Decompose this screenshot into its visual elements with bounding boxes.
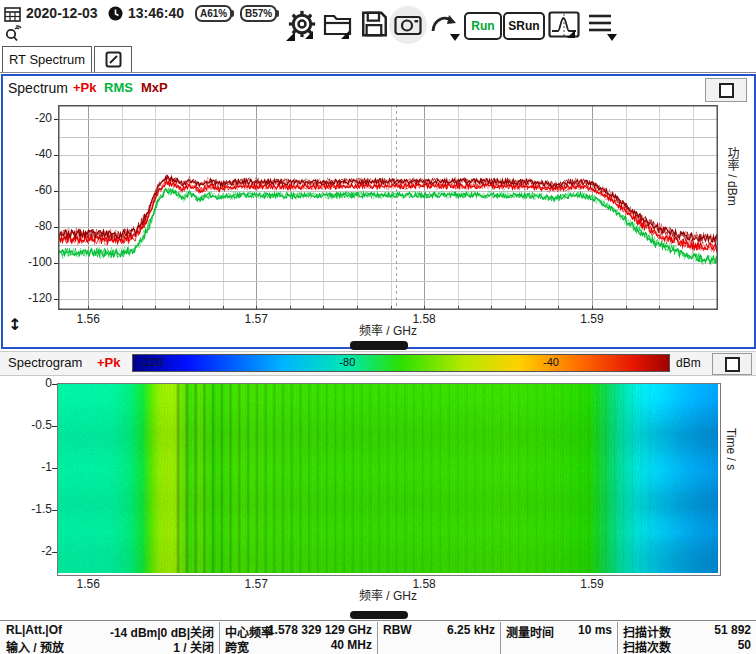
time-text: 13:46:40	[128, 5, 184, 21]
spectrum-plot[interactable]	[58, 105, 718, 310]
settings-dropdown-triangle[interactable]	[305, 31, 313, 39]
spectrogram-xtick-label: 1.56	[68, 577, 108, 591]
spectrogram-ytick-mark	[52, 510, 57, 511]
statusbar-separator	[377, 622, 378, 654]
legend-mxp: MxP	[141, 80, 168, 95]
vertical-resize-icon[interactable]: ↕	[8, 315, 21, 334]
tab-rt-spectrum[interactable]: RT Spectrum	[2, 46, 92, 72]
menu-dropdown-triangle[interactable]	[607, 34, 617, 41]
maximize-icon	[725, 357, 740, 372]
spectrum-ytick-label: -80	[14, 219, 52, 233]
camera-icon	[394, 13, 423, 37]
status-label: RBW	[383, 623, 412, 637]
spectrogram-ytick-mark	[52, 384, 57, 385]
gps-icon	[4, 25, 22, 42]
battery-nub	[231, 10, 234, 17]
tab-edit-button[interactable]	[94, 46, 132, 72]
clock-icon	[108, 6, 123, 21]
spectrum-xtick-label: 1.58	[404, 312, 444, 326]
spectrogram-panel-title: Spectrogram	[8, 355, 82, 370]
spectrogram-maximize-button[interactable]	[712, 353, 752, 375]
spectrogram-ytick-mark	[52, 426, 57, 427]
screenshot-button[interactable]	[389, 6, 427, 44]
date-text: 2020-12-03	[26, 5, 98, 21]
colorbar-tick-label: -80	[339, 356, 355, 368]
save-icon	[361, 10, 388, 38]
status-label: 输入 / 预放	[6, 638, 64, 654]
calendar-icon	[4, 6, 21, 22]
spectrogram-trace-label: +Pk	[97, 355, 121, 370]
spectrogram-ytick-label: -2	[18, 544, 52, 558]
edit-icon	[105, 51, 122, 68]
status-label: 跨宽	[225, 638, 249, 654]
save-button[interactable]	[359, 8, 389, 40]
spectrum-maximize-button[interactable]	[705, 78, 747, 102]
colorbar-tick-label: -40	[543, 356, 559, 368]
open-file-button[interactable]	[322, 9, 354, 39]
spectrum-xaxis-label: 频率 / GHz	[58, 321, 718, 338]
status-value: 40 MHz	[331, 638, 372, 652]
spectrogram-xtick-label: 1.58	[404, 577, 444, 591]
spectrum-ytick-mark	[54, 191, 58, 192]
spectrogram-ytick-label: -0.5	[18, 418, 52, 432]
spectrogram-ytick-label: 0	[18, 376, 52, 390]
measurement-status-bar[interactable]: RL|Att.|Of-14 dBm|0 dB|关闭输入 / 预放1 / 关闭中心…	[0, 620, 756, 654]
hamburger-icon	[587, 12, 613, 34]
status-value: 1 / 关闭	[173, 638, 214, 654]
spectrum-ytick-label: -100	[14, 255, 52, 269]
statusbar-separator	[219, 622, 220, 654]
tab-label: RT Spectrum	[9, 52, 85, 67]
battery-b-indicator: B57%	[240, 5, 277, 22]
colorbar-unit: dBm	[676, 356, 701, 370]
spectrum-ytick-label: -40	[14, 147, 52, 161]
spectrum-panel-title: Spectrum	[8, 80, 68, 96]
spectrogram-frame	[57, 383, 721, 576]
status-value: 50	[738, 638, 751, 652]
colorbar-tick-label: -120	[141, 356, 163, 368]
spectrogram-xtick-label: 1.57	[236, 577, 276, 591]
spectrum-display-icon	[548, 11, 580, 38]
statusbar-separator	[500, 622, 501, 654]
spectrogram-ytick-mark	[52, 468, 57, 469]
legend-rms: RMS	[104, 80, 133, 95]
srun-label: SRun	[508, 19, 539, 33]
spectrum-yaxis-label: 功率 / dBm	[724, 147, 741, 269]
display-dropdown-triangle[interactable]	[567, 30, 575, 38]
battery-nub	[276, 10, 279, 17]
spectrogram-ytick-label: -1	[18, 460, 52, 474]
menu-button[interactable]	[586, 10, 614, 36]
tab-bar: RT Spectrum	[0, 44, 756, 73]
single-run-button[interactable]: SRun	[503, 12, 545, 40]
redo-button[interactable]	[429, 10, 459, 36]
redo-arrow-icon	[429, 10, 459, 36]
spectrogram-xaxis-label: 频率 / GHz	[58, 586, 718, 603]
panel-splitter-handle[interactable]	[350, 341, 408, 350]
spectrum-ytick-label: -60	[14, 183, 52, 197]
open-dropdown-triangle[interactable]	[341, 31, 349, 39]
redo-dropdown-triangle[interactable]	[450, 34, 460, 41]
top-bar: 2020-12-03 13:46:40 A61% B57%	[0, 0, 756, 44]
spectrum-ytick-label: -20	[14, 111, 52, 125]
spectrum-xtick-label: 1.57	[236, 312, 276, 326]
colorbar: -120-80-40	[132, 354, 670, 372]
spectrogram-ytick-mark	[52, 552, 57, 553]
spectrogram-plot[interactable]	[58, 384, 718, 573]
status-value: 1.578 329 129 GHz	[268, 623, 372, 637]
statusbar-separator	[617, 622, 618, 654]
spectrum-xtick-label: 1.59	[572, 312, 612, 326]
status-value: 51 892	[714, 623, 751, 637]
status-label: RL|Att.|Of	[6, 623, 62, 637]
status-value: 10 ms	[578, 623, 612, 637]
spectrogram-ytick-label: -1.5	[18, 502, 52, 516]
display-config-button[interactable]	[548, 10, 580, 38]
bottom-splitter-handle[interactable]	[350, 611, 408, 619]
spectrogram-xtick-label: 1.59	[572, 577, 612, 591]
spectrum-ytick-mark	[54, 227, 58, 228]
spectrum-ytick-mark	[54, 155, 58, 156]
maximize-icon	[719, 83, 734, 98]
run-label: Run	[471, 19, 494, 33]
spectrum-ytick-mark	[54, 299, 58, 300]
settings-button[interactable]	[286, 8, 318, 40]
run-button[interactable]: Run	[464, 12, 502, 40]
status-value: 6.25 kHz	[447, 623, 495, 637]
